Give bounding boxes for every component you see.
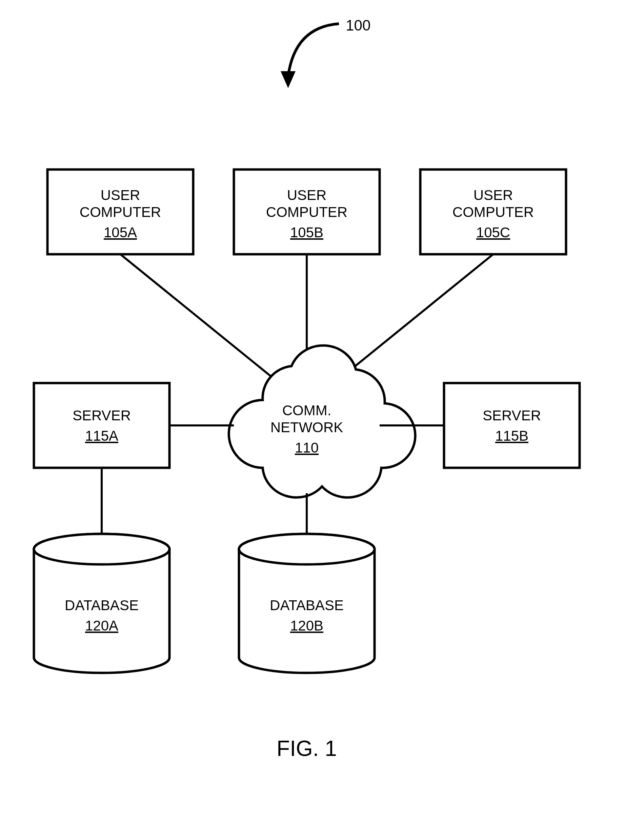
server-a-ref: 115A: [85, 428, 118, 444]
system-ref-label: 100: [346, 17, 370, 34]
user-c-ref: 105C: [476, 224, 510, 240]
network-label-line2: NETWORK: [271, 419, 343, 435]
database-a: DATABASE 120A: [34, 534, 169, 673]
user-b-ref: 105B: [290, 224, 324, 240]
server-b-label: SERVER: [483, 408, 541, 423]
comm-network-cloud: COMM. NETWORK 110: [229, 345, 415, 497]
svg-rect-7: [34, 383, 169, 468]
svg-point-12: [239, 534, 375, 564]
user-b-label-line1: USER: [287, 187, 327, 203]
svg-rect-8: [444, 383, 580, 468]
db-a-label: DATABASE: [65, 597, 139, 613]
server-b-ref: 115B: [495, 428, 528, 444]
figure-label: FIG. 1: [277, 736, 337, 761]
db-a-ref: 120A: [85, 618, 118, 634]
user-a-label-line2: COMPUTER: [80, 204, 161, 220]
db-b-ref: 120B: [290, 618, 324, 634]
network-label-line1: COMM.: [283, 403, 332, 418]
user-a-label-line1: USER: [101, 187, 140, 203]
user-a-ref: 105A: [104, 224, 137, 240]
user-c-label-line2: COMPUTER: [452, 204, 534, 220]
db-b-label: DATABASE: [270, 597, 344, 613]
server-a-label: SERVER: [72, 408, 131, 423]
database-b: DATABASE 120B: [239, 534, 375, 673]
server-a: SERVER 115A: [34, 383, 169, 468]
user-b-label-line2: COMPUTER: [266, 204, 347, 220]
user-computer-c: USER COMPUTER USER COMPUTER 105C: [420, 169, 566, 254]
system-diagram: 100 USER COMPUTER USER COMPUTER 105A USE…: [0, 0, 644, 840]
connector-user-a-network: [120, 254, 281, 385]
user-c-label-line1: USER: [473, 187, 513, 203]
connector-user-c-network: [332, 254, 493, 385]
network-ref: 110: [295, 440, 319, 455]
svg-point-10: [34, 534, 169, 564]
system-ref-arrow: 100: [281, 17, 370, 88]
user-computer-a: USER COMPUTER USER COMPUTER 105A: [48, 169, 193, 254]
svg-marker-0: [281, 71, 296, 88]
server-b: SERVER 115B: [444, 383, 580, 468]
user-computer-b: USER COMPUTER USER COMPUTER 105B: [234, 169, 380, 254]
